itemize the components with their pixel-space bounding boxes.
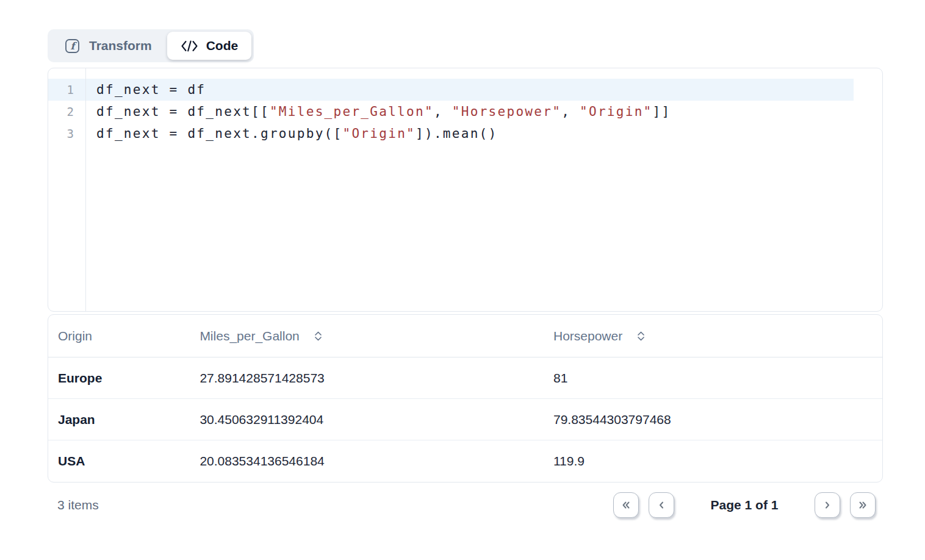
table-row: Europe27.89142857142857381 — [48, 357, 882, 399]
line-number: 3 — [48, 123, 85, 145]
view-tabbar: f Transform Code — [48, 29, 254, 62]
code-token: df_next = df — [96, 82, 206, 97]
items-count: 3 items — [48, 498, 99, 512]
next-page-button[interactable] — [815, 492, 840, 518]
column-header-label: Miles_per_Gallon — [200, 329, 299, 343]
table-body: Europe27.89142857142857381Japan30.450632… — [48, 357, 882, 482]
last-page-icon — [858, 500, 868, 510]
data-wrangler-widget: f Transform Code 123 df_next = dfdf_next… — [48, 29, 883, 519]
line-number-gutter: 123 — [48, 68, 86, 311]
code-line[interactable]: df_next = df_next[["Miles_per_Gallon", "… — [86, 101, 882, 123]
tab-code-label: Code — [206, 38, 239, 53]
line-number: 2 — [48, 101, 85, 123]
table-cell: 20.083534136546184 — [190, 454, 544, 468]
string-token: "Origin" — [580, 104, 653, 119]
code-lines[interactable]: df_next = dfdf_next = df_next[["Miles_pe… — [86, 68, 882, 311]
table-cell: 81 — [544, 371, 882, 386]
last-page-button[interactable] — [850, 492, 876, 518]
table-row: USA20.083534136546184119.9 — [48, 440, 882, 482]
column-header-origin: Origin — [48, 329, 190, 343]
cell-origin: USA — [48, 454, 190, 468]
code-token: ]).mean() — [416, 126, 498, 141]
result-table: OriginMiles_per_Gallon Horsepower Europe… — [48, 314, 883, 483]
sort-up-down-icon[interactable] — [314, 331, 322, 341]
pagination-controls: Page 1 of 1 — [613, 492, 876, 518]
table-cell: 30.450632911392404 — [190, 412, 544, 427]
table-cell: 79.83544303797468 — [544, 412, 882, 427]
code-token: df_next = df_next.groupby([ — [96, 126, 342, 141]
code-token: , — [434, 104, 452, 119]
code-editor-panel[interactable]: 123 df_next = dfdf_next = df_next[["Mile… — [48, 68, 883, 312]
cell-origin: Europe — [48, 371, 190, 386]
column-header-miles_per_gallon[interactable]: Miles_per_Gallon — [190, 329, 544, 343]
string-token: "Origin" — [342, 126, 416, 141]
first-page-button[interactable] — [613, 492, 639, 518]
code-token: ]] — [653, 104, 671, 119]
code-token: , — [561, 104, 580, 119]
column-header-label: Horsepower — [553, 329, 622, 343]
tab-transform-label: Transform — [89, 38, 152, 53]
previous-page-icon — [657, 500, 666, 510]
code-token: df_next = df_next[[ — [96, 104, 270, 119]
next-page-icon — [822, 500, 832, 510]
table-cell: 27.891428571428573 — [190, 371, 544, 386]
line-number: 1 — [48, 79, 85, 101]
tab-transform[interactable]: f Transform — [50, 32, 167, 60]
table-cell: 119.9 — [544, 454, 882, 468]
tab-code[interactable]: Code — [167, 32, 252, 60]
code-editor[interactable]: 123 df_next = dfdf_next = df_next[["Mile… — [48, 68, 882, 311]
first-page-icon — [621, 500, 631, 510]
string-token: "Miles_per_Gallon" — [270, 104, 434, 119]
cell-origin: Japan — [48, 412, 190, 427]
column-header-label: Origin — [58, 329, 92, 343]
page-indicator: Page 1 of 1 — [674, 498, 815, 512]
code-line[interactable]: df_next = df — [86, 79, 882, 101]
table-footer: 3 items Page 1 of 1 — [48, 492, 883, 519]
column-header-horsepower[interactable]: Horsepower — [544, 329, 882, 343]
table-row: Japan30.45063291139240479.83544303797468 — [48, 399, 882, 440]
previous-page-button[interactable] — [649, 492, 674, 518]
svg-text:f: f — [71, 40, 77, 52]
code-line[interactable]: df_next = df_next.groupby(["Origin"]).me… — [86, 123, 882, 145]
sort-up-down-icon[interactable] — [637, 331, 645, 341]
table-header-row: OriginMiles_per_Gallon Horsepower — [48, 315, 882, 357]
function-icon: f — [65, 39, 79, 53]
string-token: "Horsepower" — [452, 104, 561, 119]
code-brackets-icon — [181, 40, 198, 52]
